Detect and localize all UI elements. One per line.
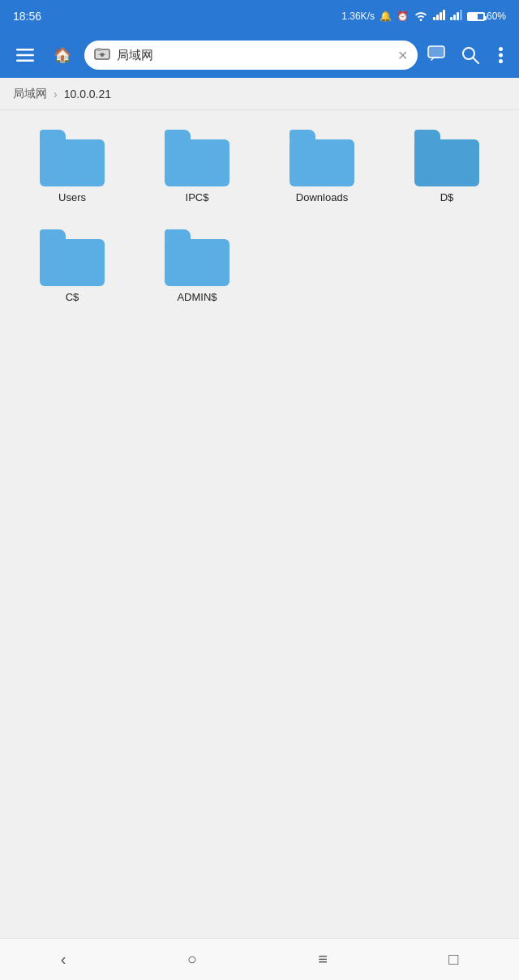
status-bar: 18:56 1.36K/s 🔔 ⏰ xyxy=(0,0,519,32)
folder-icon-users xyxy=(40,130,105,186)
svg-point-9 xyxy=(499,47,503,51)
folder-label-ds: D$ xyxy=(440,191,454,203)
svg-point-10 xyxy=(499,53,503,58)
more-options-button[interactable] xyxy=(492,41,509,70)
bottom-nav: ‹ ○ ≡ □ xyxy=(0,938,519,980)
address-text: 局域网 xyxy=(117,48,391,63)
svg-rect-1 xyxy=(16,54,34,57)
signal-icon xyxy=(433,10,445,23)
folder-item-admins[interactable]: ADMIN$ xyxy=(138,223,256,310)
folder-icon-admins xyxy=(165,229,229,286)
folder-icon-ipc xyxy=(165,130,229,186)
breadcrumb-current: 10.0.0.21 xyxy=(64,88,111,101)
battery-percent: 60% xyxy=(487,11,506,22)
hamburger-button[interactable] xyxy=(10,42,41,68)
folder-item-cs[interactable]: C$ xyxy=(13,223,131,310)
status-time: 18:56 xyxy=(13,10,41,23)
clock-icon: ⏰ xyxy=(397,11,409,22)
address-clear-button[interactable]: ✕ xyxy=(397,48,408,63)
back-nav-button[interactable]: ‹ xyxy=(45,942,83,977)
breadcrumb-root[interactable]: 局域网 xyxy=(13,87,47,101)
app-bar: 🏠 局域网 ✕ xyxy=(0,32,519,78)
folder-label-downloads: Downloads xyxy=(296,191,348,203)
svg-line-8 xyxy=(473,58,478,63)
wifi-icon xyxy=(414,10,428,24)
folder-item-downloads[interactable]: Downloads xyxy=(263,123,381,210)
svg-point-11 xyxy=(499,59,503,63)
address-bar: 局域网 ✕ xyxy=(84,41,418,70)
breadcrumb-separator: › xyxy=(54,88,58,101)
chat-icon[interactable] xyxy=(424,39,448,72)
svg-rect-4 xyxy=(97,48,101,51)
folder-item-ds[interactable]: D$ xyxy=(388,123,506,210)
lan-icon xyxy=(94,47,110,63)
folder-item-ipc[interactable]: IPC$ xyxy=(138,123,256,210)
battery-icon: 60% xyxy=(467,11,506,22)
home-button[interactable]: 🏠 xyxy=(47,40,78,71)
folder-label-cs: C$ xyxy=(66,291,79,303)
folder-icon-downloads xyxy=(290,130,354,186)
folder-icon-cs xyxy=(40,229,105,286)
svg-rect-0 xyxy=(16,49,34,51)
file-grid: Users IPC$ Downloads D$ C$ ADMIN$ xyxy=(0,110,519,323)
folder-label-ipc: IPC$ xyxy=(186,191,209,203)
square-nav-button[interactable]: □ xyxy=(432,942,474,977)
breadcrumb: 局域网 › 10.0.0.21 xyxy=(0,78,519,110)
network-speed: 1.36K/s xyxy=(341,11,375,22)
home-nav-button[interactable]: ○ xyxy=(171,942,213,977)
folder-label-users: Users xyxy=(58,191,86,203)
menu-nav-button[interactable]: ≡ xyxy=(302,942,344,977)
signal2-icon xyxy=(450,10,462,23)
alarm-icon: 🔔 xyxy=(380,11,392,22)
folder-icon-ds xyxy=(414,130,479,186)
folder-item-users[interactable]: Users xyxy=(13,123,131,210)
svg-rect-2 xyxy=(16,60,34,62)
search-button[interactable] xyxy=(455,40,486,71)
folder-label-admins: ADMIN$ xyxy=(177,291,217,303)
svg-rect-6 xyxy=(428,46,444,58)
